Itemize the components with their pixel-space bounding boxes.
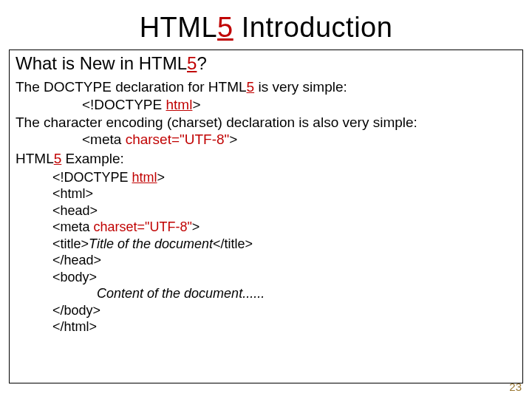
p1-red: 5 <box>247 79 255 95</box>
sub-post: ? <box>197 53 206 73</box>
code-charset: <meta charset="UTF-8"> <box>16 131 516 149</box>
ex4-post: > <box>192 219 200 234</box>
ex5-pre: <title> <box>52 236 89 251</box>
ex-line-5: <title>Title of the document</title> <box>52 236 516 253</box>
para-doctype: The DOCTYPE declaration for HTML5 is ver… <box>16 78 516 96</box>
p1-pre: The DOCTYPE declaration for HTML <box>16 79 247 95</box>
ex4-red: charset="UTF-8" <box>94 219 192 234</box>
ex4-pre: <meta <box>52 219 94 234</box>
ex-line-2: <html> <box>52 185 516 202</box>
ex1-post: > <box>157 170 166 185</box>
sub-pre: What is New in HTML <box>16 53 187 73</box>
ex1-red: html <box>132 170 157 185</box>
sub-red: 5 <box>187 53 197 73</box>
ex5-mid: Title of the document <box>89 236 213 251</box>
body-text: The DOCTYPE declaration for HTML5 is ver… <box>16 78 516 168</box>
ex5-post: </title> <box>213 236 253 251</box>
ex1-pre: <!DOCTYPE <box>52 170 132 185</box>
ex-line-10: </html> <box>52 318 516 335</box>
ex-line-3: <head> <box>52 202 516 219</box>
c1-post: > <box>192 97 200 112</box>
c1-red: html <box>166 97 193 112</box>
ex-red: 5 <box>54 151 62 166</box>
p1-post: is very simple: <box>254 79 347 95</box>
ex-line-7: <body> <box>52 269 516 286</box>
code-doctype: <!DOCTYPE html> <box>16 96 516 114</box>
title-post: Introduction <box>233 12 393 43</box>
ex-pre: HTML <box>16 151 54 166</box>
ex-post: Example: <box>61 151 123 166</box>
c2-red: charset="UTF-8" <box>126 132 230 147</box>
para-charset: The character encoding (charset) declara… <box>16 114 516 132</box>
slide-title: HTML5 Introduction <box>9 12 523 44</box>
ex-line-1: <!DOCTYPE html> <box>52 169 516 186</box>
content-box: What is New in HTML5? The DOCTYPE declar… <box>9 50 523 383</box>
ex-line-6: </head> <box>52 252 516 269</box>
ex-line-8: Content of the document...... <box>52 285 516 302</box>
page-number: 23 <box>509 381 522 393</box>
slide: HTML5 Introduction What is New in HTML5?… <box>0 0 532 399</box>
example-block: <!DOCTYPE html> <html> <head> <meta char… <box>16 169 516 335</box>
title-red: 5 <box>217 12 233 43</box>
ex-line-9: </body> <box>52 302 516 319</box>
c2-pre: <meta <box>82 132 126 147</box>
subheading: What is New in HTML5? <box>16 53 516 74</box>
c2-post: > <box>229 132 237 147</box>
example-label: HTML5 Example: <box>16 150 516 168</box>
title-pre: HTML <box>140 12 217 43</box>
c1-pre: <!DOCTYPE <box>82 97 166 112</box>
ex-line-4: <meta charset="UTF-8"> <box>52 219 516 236</box>
